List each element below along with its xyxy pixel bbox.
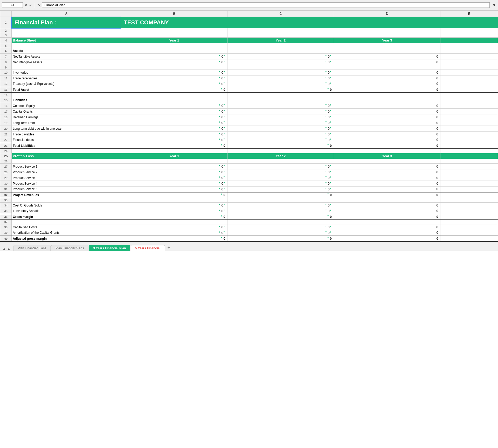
inventory-variation-label[interactable]: + Inventory Variation — [12, 208, 121, 214]
common-equity-y2[interactable]: ▼ 0▼ — [227, 103, 334, 109]
net-tangible-y2[interactable]: ▼ 0▼ — [227, 54, 334, 59]
lt-debt-within-year-label[interactable]: Long-term debt due within one year — [12, 126, 121, 132]
product4-y3[interactable]: 0 — [334, 181, 440, 187]
product1-y2[interactable]: ▼ 0▼ — [227, 164, 334, 169]
lt-debt-within-y1[interactable]: ▼ 0▼ — [121, 126, 227, 132]
col-header-d[interactable]: D — [334, 11, 440, 17]
tab-prev-btn[interactable]: ◄ — [2, 247, 6, 251]
trade-receivables-y1[interactable]: ▼ 0▼ — [121, 75, 227, 81]
net-tangible-y3[interactable]: 0 — [334, 54, 440, 59]
common-equity-y1[interactable]: ▼ 0▼ — [121, 103, 227, 109]
product3-y1[interactable]: ▼ 0▼ — [121, 175, 227, 181]
col-header-c[interactable]: C — [227, 11, 334, 17]
long-term-debt-y3[interactable]: 0 — [334, 120, 440, 126]
product3-y2[interactable]: ▼ 0▼ — [227, 175, 334, 181]
trade-payables-y1[interactable]: ▼ 0▼ — [121, 132, 227, 137]
formula-input[interactable]: Financial Plan : — [42, 2, 490, 8]
treasury-y2[interactable]: ▼ 0▼ — [227, 81, 334, 87]
capital-grants-label[interactable]: Capital Grants — [12, 109, 121, 114]
net-tangible-y1[interactable]: ▼ 0▼ — [121, 54, 227, 59]
product5-label[interactable]: Product/Service 5 — [12, 187, 121, 192]
inventories-label[interactable]: Inventories — [12, 70, 121, 75]
trade-payables-y3[interactable]: 0 — [334, 132, 440, 137]
capitalised-costs-y2[interactable]: ▼ 0▼ — [227, 224, 334, 230]
financial-debts-y1[interactable]: ▼ 0▼ — [121, 137, 227, 143]
cogs-y1[interactable]: ▼ 0▼ — [121, 203, 227, 208]
financial-debts-label[interactable]: Financial debts — [12, 137, 121, 143]
long-term-debt-y2[interactable]: ▼ 0▼ — [227, 120, 334, 126]
financial-debts-y3[interactable]: 0 — [334, 137, 440, 143]
product5-y2[interactable]: ▼ 0▼ — [227, 187, 334, 192]
lt-debt-within-y3[interactable]: 0 — [334, 126, 440, 132]
capital-grants-y1[interactable]: ▼ 0▼ — [121, 109, 227, 114]
amortization-y1[interactable]: ▼ 0▼ — [121, 230, 227, 236]
net-intangible-y3[interactable]: 0 — [334, 59, 440, 65]
cancel-icon[interactable]: ✕ — [24, 3, 27, 7]
product2-y1[interactable]: ▼ 0▼ — [121, 169, 227, 175]
trade-receivables-y3[interactable]: 0 — [334, 75, 440, 81]
financial-plan-cell[interactable]: Financial Plan : — [12, 17, 121, 28]
retained-earnings-y1[interactable]: ▼ 0▼ — [121, 114, 227, 120]
product5-y3[interactable]: 0 — [334, 187, 440, 192]
product2-y2[interactable]: ▼ 0▼ — [227, 169, 334, 175]
inventory-variation-y2[interactable]: ▼ 0▼ — [227, 208, 334, 214]
retained-earnings-y2[interactable]: ▼ 0▼ — [227, 114, 334, 120]
amortization-label[interactable]: Amortization of the Capital Grants — [12, 230, 121, 236]
common-equity-y3[interactable]: 0 — [334, 103, 440, 109]
product2-y3[interactable]: 0 — [334, 169, 440, 175]
trade-receivables-y2[interactable]: ▼ 0▼ — [227, 75, 334, 81]
long-term-debt-y1[interactable]: ▼ 0▼ — [121, 120, 227, 126]
cogs-label[interactable]: Cost Of Goods Solds — [12, 203, 121, 208]
tab-add-btn[interactable]: + — [165, 245, 172, 251]
product4-y1[interactable]: ▼ 0▼ — [121, 181, 227, 187]
trade-payables-y2[interactable]: ▼ 0▼ — [227, 132, 334, 137]
cogs-y3[interactable]: 0 — [334, 203, 440, 208]
common-equity-label[interactable]: Common Equity — [12, 103, 121, 109]
product3-label[interactable]: Product/Service 3 — [12, 175, 121, 181]
tab-5years-financial[interactable]: 5 Years Financial — [131, 245, 165, 251]
capitalised-costs-label[interactable]: Capitalised Costs — [12, 224, 121, 230]
col-header-b[interactable]: B — [121, 11, 227, 17]
capitalised-costs-y1[interactable]: ▼ 0▼ — [121, 224, 227, 230]
retained-earnings-label[interactable]: Retained Earnings — [12, 114, 121, 120]
tab-plan-financier-5ans[interactable]: Plan Financier 5 ans — [51, 245, 88, 251]
cell-reference-box[interactable]: A1 — [2, 2, 23, 8]
col-header-e[interactable]: E — [440, 11, 498, 17]
cogs-y2[interactable]: ▼ 0▼ — [227, 203, 334, 208]
product1-label[interactable]: Product/Service 1 — [12, 164, 121, 169]
capitalised-costs-y3[interactable]: 0 — [334, 224, 440, 230]
net-intangible-y1[interactable]: ▼ 0▼ — [121, 59, 227, 65]
net-tangible-label[interactable]: Net Tangible Assets — [12, 54, 121, 59]
tab-3years-financial-plan[interactable]: 3 Years Financial Plan — [89, 245, 130, 251]
inventories-y3[interactable]: 0 — [334, 70, 440, 75]
col-header-a[interactable]: A — [12, 11, 121, 17]
amortization-y3[interactable]: 0 — [334, 230, 440, 236]
tab-plan-financier-3ans[interactable]: Plan Financier 3 ans — [13, 245, 51, 251]
product2-label[interactable]: Product/Service 2 — [12, 169, 121, 175]
product4-label[interactable]: Product/Service 4 — [12, 181, 121, 187]
confirm-icon[interactable]: ✓ — [29, 3, 32, 7]
formula-dropdown[interactable]: ▼ — [492, 3, 496, 7]
company-name-cell[interactable]: TEST COMPANY — [121, 17, 440, 28]
tab-next-btn[interactable]: ► — [7, 247, 11, 251]
capital-grants-y2[interactable]: ▼ 0▼ — [227, 109, 334, 114]
financial-debts-y2[interactable]: ▼ 0▼ — [227, 137, 334, 143]
inventory-variation-y3[interactable]: 0 — [334, 208, 440, 214]
product1-y3[interactable]: 0 — [334, 164, 440, 169]
product3-y3[interactable]: 0 — [334, 175, 440, 181]
product5-y1[interactable]: ▼ 0▼ — [121, 187, 227, 192]
product1-y1[interactable]: ▼ 0▼ — [121, 164, 227, 169]
inventories-y2[interactable]: ▼ 0▼ — [227, 70, 334, 75]
spreadsheet-area[interactable]: A B C D E 1 Financial Plan : TEST COMPAN… — [0, 10, 498, 242]
inventories-y1[interactable]: ▼ 0▼ — [121, 70, 227, 75]
treasury-label[interactable]: Treasury (cash & Equivalents) — [12, 81, 121, 87]
capital-grants-y3[interactable]: 0 — [334, 109, 440, 114]
treasury-y1[interactable]: ▼ 0▼ — [121, 81, 227, 87]
inventory-variation-y1[interactable]: ▼ 0▼ — [121, 208, 227, 214]
treasury-y3[interactable]: 0 — [334, 81, 440, 87]
net-intangible-y2[interactable]: ▼ 0▼ — [227, 59, 334, 65]
long-term-debt-label[interactable]: Long Term Debt — [12, 120, 121, 126]
trade-payables-label[interactable]: Trade payables — [12, 132, 121, 137]
trade-receivables-label[interactable]: Trade receivables — [12, 75, 121, 81]
net-intangible-label[interactable]: Net Intangible Assets — [12, 59, 121, 65]
